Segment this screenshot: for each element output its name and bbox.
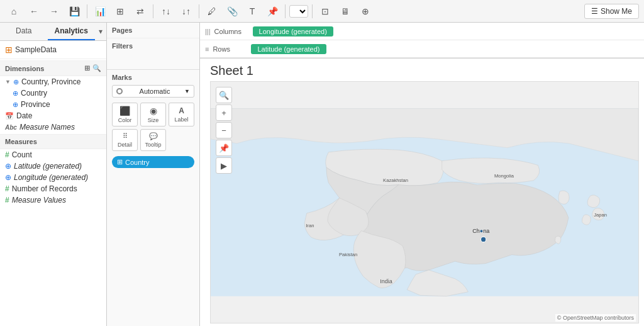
marks-dot-icon [116, 88, 123, 94]
china-dot [481, 237, 486, 242]
annotation-button[interactable]: 📎 [223, 3, 241, 20]
columns-pill[interactable]: Longitude (generated) [253, 26, 333, 37]
label-icon: A [179, 106, 184, 115]
bar-chart-button[interactable]: 📊 [91, 3, 109, 20]
grid-icon: ⊞ [84, 64, 90, 72]
columns-icon: ||| [205, 28, 211, 35]
sort-asc-button[interactable]: ↑↓ [157, 3, 175, 20]
sheet-area: Sheet 1 🔍 + − 📌 ▶ [200, 59, 644, 326]
panel-expand-arrow[interactable]: ▾ [95, 23, 106, 40]
marks-dropdown-label: Automatic [140, 87, 170, 95]
tree-item-province[interactable]: ⊕ Province [0, 99, 106, 110]
china-label: Ch●na [472, 228, 490, 234]
show-me-button[interactable]: ☰ Show Me [584, 4, 639, 19]
map-toolbar: 🔍 + − 📌 ▶ [216, 87, 232, 174]
highlight-button[interactable]: 🖊 [203, 3, 221, 20]
share-button[interactable]: ⊕ [357, 3, 374, 20]
panel-tabs: Data Analytics ▾ [0, 23, 106, 41]
show-me-icon: ☰ [591, 7, 598, 16]
view-size-button[interactable]: ⊡ [316, 3, 334, 20]
measure-label-num-records: Number of Records [12, 184, 77, 193]
text-button[interactable]: T [243, 3, 261, 20]
middle-panel: Pages Filters Marks Automatic ▼ ⬛ Color … [107, 23, 200, 326]
pages-label: Pages [112, 26, 132, 34]
marks-detail-button[interactable]: ⠿ Detail [112, 129, 138, 151]
measure-item-count[interactable]: # Count [0, 149, 106, 160]
back-button[interactable]: ← [25, 3, 43, 20]
separator-2 [153, 4, 153, 18]
datasource-item[interactable]: ⊞ SampleData [0, 41, 106, 59]
tree-label-date: Date [16, 111, 32, 120]
filters-area: Filters [107, 38, 199, 70]
rows-pill[interactable]: Latitude (generated) [251, 44, 326, 54]
forward-button[interactable]: → [45, 3, 63, 20]
tree-item-country-province[interactable]: ▼ ⊕ Country, Province [0, 76, 106, 87]
datasource-label: SampleData [15, 45, 57, 54]
measures-title: Measures [5, 138, 37, 145]
chevron-icon: ▼ [5, 79, 11, 85]
country-pill[interactable]: ⊞ Country [112, 156, 194, 168]
search-icon: 🔍 [92, 64, 101, 72]
separator-3 [199, 4, 199, 18]
marks-color-button[interactable]: ⬛ Color [112, 103, 138, 126]
toolbar: ⌂ ← → 💾 📊 ⊞ ⇄ ↑↓ ↓↑ 🖊 📎 T 📌 ⊡ 🖥 ⊕ ☰ Show… [0, 0, 644, 23]
marks-type-dropdown[interactable]: Automatic ▼ [112, 85, 194, 98]
map-pin-button[interactable]: 📌 [216, 140, 232, 156]
marks-detail-label: Detail [118, 142, 132, 148]
globe-icon-province: ⊕ [13, 101, 18, 109]
sort-desc-button[interactable]: ↓↑ [177, 3, 195, 20]
separator-4 [285, 4, 286, 18]
map-pan-button[interactable]: ▶ [216, 157, 232, 174]
home-button[interactable]: ⌂ [5, 3, 23, 20]
pin-button[interactable]: 📌 [264, 3, 281, 20]
grid-button[interactable]: ⊞ [111, 3, 129, 20]
columns-shelf: ||| Columns Longitude (generated) [200, 23, 644, 40]
measure-label-count: Count [12, 150, 32, 159]
rows-icon: ≡ [205, 45, 209, 53]
marks-label-label: Label [174, 116, 188, 123]
tree-label-province: Province [21, 100, 50, 109]
map-zoom-in-button[interactable]: + [216, 104, 232, 121]
calendar-icon: 📅 [5, 112, 14, 120]
marks-color-label: Color [118, 117, 132, 123]
marks-size-button[interactable]: ◉ Size [140, 103, 166, 126]
tree-item-date[interactable]: 📅 Date [0, 110, 106, 121]
left-panel: Data Analytics ▾ ⊞ SampleData Dimensions… [0, 23, 107, 326]
map-zoom-out-button[interactable]: − [216, 122, 232, 138]
marks-tooltip-label: Tooltip [145, 142, 161, 148]
view-selector[interactable] [289, 5, 308, 18]
globe-icon-lng: ⊕ [5, 173, 11, 182]
tree-item-country[interactable]: ⊕ Country [0, 87, 106, 99]
country-pill-label: Country [125, 159, 150, 166]
save-button[interactable]: 💾 [65, 3, 83, 20]
tree-label-country: Country [21, 89, 47, 98]
measure-item-measure-values[interactable]: # Measure Values [0, 194, 106, 206]
tab-data[interactable]: Data [0, 23, 48, 40]
swap-button[interactable]: ⇄ [131, 3, 149, 20]
hash-icon-count: # [5, 150, 9, 159]
chevron-down-icon: ▼ [184, 88, 190, 94]
india-label: India [380, 278, 393, 284]
map-container[interactable]: 🔍 + − 📌 ▶ [210, 81, 639, 323]
tree-item-measure-names[interactable]: Abc Measure Names [0, 121, 106, 133]
measure-label-longitude: Longitude (generated) [14, 173, 88, 182]
measure-item-num-records[interactable]: # Number of Records [0, 183, 106, 194]
marks-tooltip-button[interactable]: 💬 Tooltip [140, 129, 166, 151]
mongolia-label: Mongolia [494, 173, 514, 179]
tab-analytics[interactable]: Analytics [48, 23, 96, 40]
map-search-button[interactable]: 🔍 [216, 87, 232, 103]
kazakhstan-label: Kazakhstan [383, 177, 408, 183]
marks-label-button[interactable]: A Label [169, 103, 194, 126]
measure-item-longitude[interactable]: ⊕ Longitude (generated) [0, 172, 106, 183]
map-svg: Kazakhstan Mongolia Ch●na Japan Iran Pak… [211, 82, 638, 323]
globe-icon-lat: ⊕ [5, 162, 11, 171]
right-panel: ||| Columns Longitude (generated) ≡ Rows… [200, 23, 644, 326]
tooltip-icon: 💬 [149, 132, 158, 140]
measure-item-latitude[interactable]: ⊕ Latitude (generated) [0, 160, 106, 172]
rows-label: Rows [213, 45, 247, 53]
device-button[interactable]: 🖥 [336, 3, 354, 20]
hash-icon-records: # [5, 184, 9, 193]
dimensions-icons[interactable]: ⊞ 🔍 [84, 64, 101, 72]
pakistan-label: Pakistan [339, 252, 357, 257]
dimensions-title: Dimensions [5, 65, 44, 72]
